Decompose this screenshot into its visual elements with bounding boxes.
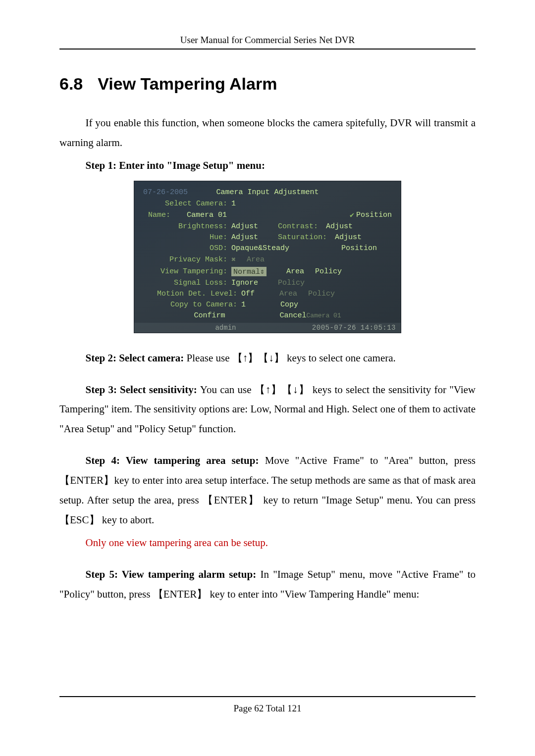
- step-3: Step 3: Select sensitivity: You can use …: [59, 380, 476, 440]
- dvr-user: admin: [215, 324, 236, 332]
- dvr-timestamp: 2005-07-26 14:05:13: [312, 324, 396, 332]
- motion-det-value[interactable]: Off: [241, 290, 255, 298]
- position-button[interactable]: Position: [356, 211, 392, 219]
- dvr-status-bar: admin 2005-07-26 14:05:13: [134, 323, 401, 333]
- footer-middle: Total: [264, 703, 287, 713]
- osd-position-button[interactable]: Position: [341, 244, 377, 252]
- step-5-label: Step 5: View tampering alarm setup:: [86, 568, 261, 580]
- footer-total-pages: 121: [287, 703, 302, 713]
- copy-to-camera-value[interactable]: 1: [241, 301, 246, 309]
- check-icon: ✔: [350, 210, 354, 220]
- dvr-screenshot: 07-26-2005 Camera Input Adjustment Selec…: [59, 181, 476, 334]
- hue-value[interactable]: Adjust: [231, 233, 258, 242]
- footer-rule: [59, 696, 476, 697]
- footer-current-page: 62: [254, 703, 264, 713]
- privacy-area-button: Area: [247, 255, 265, 264]
- signal-loss-label: Signal Loss:: [143, 279, 231, 287]
- brightness-value[interactable]: Adjust: [231, 222, 258, 231]
- copy-to-camera-label: Copy to Camera:: [143, 301, 241, 309]
- cancel-button[interactable]: Cancel: [279, 311, 306, 320]
- signal-loss-value[interactable]: Ignore: [231, 279, 258, 287]
- intro-paragraph: If you enable this function, when someon…: [59, 113, 476, 153]
- warning-note: Only one view tampering area can be setu…: [59, 533, 476, 553]
- saturation-value[interactable]: Adjust: [335, 233, 362, 242]
- step-3-label: Step 3: Select sensitivity:: [86, 384, 200, 396]
- saturation-label: Saturation:: [278, 233, 331, 242]
- page-header: User Manual for Commercial Series Net DV…: [59, 35, 476, 46]
- motion-policy-button: Policy: [308, 290, 335, 298]
- footer-prefix: Page: [233, 703, 254, 713]
- select-camera-label: Select Camera:: [143, 200, 231, 208]
- step-1-label: Step 1: Enter into "Image Setup" menu:: [59, 156, 476, 176]
- section-heading: 6.8View Tampering Alarm: [59, 74, 476, 94]
- contrast-label: Contrast:: [278, 222, 322, 231]
- confirm-button[interactable]: Confirm: [194, 311, 225, 320]
- header-rule: [59, 49, 476, 50]
- section-number: 6.8: [59, 74, 83, 94]
- brightness-label: Brightness:: [143, 222, 231, 231]
- motion-det-label: Motion Det. Level:: [143, 290, 241, 298]
- dvr-bg-date: 07-26-2005: [143, 188, 188, 197]
- osd-value[interactable]: Opaque&Steady: [231, 244, 289, 252]
- name-label: Name:: [143, 211, 187, 219]
- step-2: Step 2: Select camera: Please use 【↑】【↓】…: [59, 349, 476, 368]
- privacy-mask-label: Privacy Mask:: [143, 255, 231, 264]
- document-page: User Manual for Commercial Series Net DV…: [0, 0, 535, 756]
- motion-area-button: Area: [279, 290, 297, 298]
- signal-policy-button: Policy: [278, 279, 305, 287]
- step-5: Step 5: View tampering alarm setup: In "…: [59, 565, 476, 605]
- hue-label: Hue:: [143, 233, 231, 242]
- section-title-text: View Tampering Alarm: [98, 74, 277, 93]
- step-2-text: Please use 【↑】【↓】 keys to select one cam…: [187, 352, 396, 364]
- dvr-bg-camera: Camera 01: [306, 312, 341, 319]
- step-4: Step 4: View tampering area setup: Move …: [59, 451, 476, 530]
- step-4-label: Step 4: View tampering area setup:: [86, 454, 265, 466]
- step-2-label: Step 2: Select camera:: [86, 352, 187, 364]
- vt-area-button[interactable]: Area: [286, 267, 304, 276]
- view-tampering-value[interactable]: Normal⇕: [231, 267, 267, 276]
- dvr-menu: 07-26-2005 Camera Input Adjustment Selec…: [134, 181, 401, 333]
- vt-policy-button[interactable]: Policy: [315, 267, 342, 276]
- select-camera-value[interactable]: 1: [231, 200, 236, 208]
- page-footer: Page 62 Total 121: [59, 703, 476, 714]
- osd-label: OSD:: [143, 244, 231, 252]
- name-value[interactable]: Camera 01: [187, 211, 227, 219]
- view-tampering-label: View Tampering:: [143, 267, 231, 276]
- privacy-x-icon: ✖: [231, 255, 236, 264]
- contrast-value[interactable]: Adjust: [326, 222, 353, 231]
- copy-button[interactable]: Copy: [280, 301, 298, 309]
- spacer: [59, 607, 476, 676]
